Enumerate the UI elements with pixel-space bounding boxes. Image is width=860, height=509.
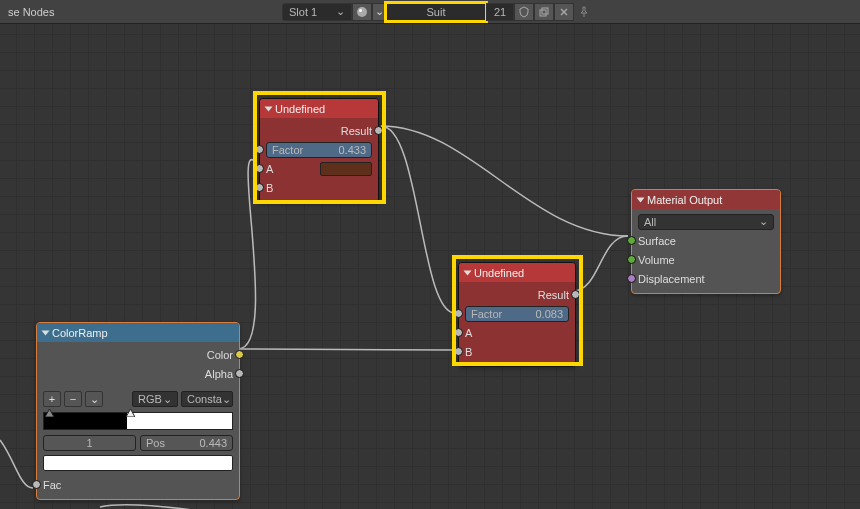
color-ramp-gradient[interactable] bbox=[43, 412, 233, 430]
factor-row: Factor 0.433 bbox=[260, 140, 378, 159]
socket-b[interactable] bbox=[255, 183, 264, 192]
node-title: Undefined bbox=[474, 267, 524, 279]
colorramp-fields: 1 Pos 0.443 bbox=[37, 433, 239, 453]
color-swatch-a[interactable] bbox=[320, 162, 372, 176]
node-header[interactable]: Undefined bbox=[459, 263, 575, 282]
shield-icon[interactable] bbox=[514, 3, 534, 21]
specials-menu-button[interactable]: ⌄ bbox=[85, 391, 103, 407]
user-count-text: 21 bbox=[494, 6, 506, 18]
socket-factor[interactable] bbox=[454, 309, 463, 318]
slot-label: Slot 1 bbox=[289, 6, 317, 18]
socket-displacement[interactable] bbox=[627, 274, 636, 283]
svg-rect-2 bbox=[540, 10, 546, 16]
factor-field[interactable]: Factor 0.083 bbox=[465, 306, 569, 322]
alpha-output-row: Alpha bbox=[37, 364, 239, 383]
collapse-triangle-icon bbox=[637, 197, 645, 202]
add-stop-button[interactable]: + bbox=[43, 391, 61, 407]
chevron-down-icon: ⌄ bbox=[222, 393, 231, 406]
ramp-marker-0[interactable] bbox=[45, 409, 54, 417]
svg-rect-3 bbox=[542, 8, 548, 14]
socket-factor[interactable] bbox=[255, 145, 264, 154]
socket-a[interactable] bbox=[454, 328, 463, 337]
input-a-row: A bbox=[459, 323, 575, 342]
mode-select[interactable]: All ⌄ bbox=[638, 214, 774, 230]
position-field[interactable]: Pos 0.443 bbox=[140, 435, 233, 451]
fac-row: Fac bbox=[37, 475, 239, 494]
undefined-node-1[interactable]: Undefined Result Factor 0.433 A B bbox=[259, 98, 379, 203]
collapse-triangle-icon bbox=[464, 270, 472, 275]
surface-row: Surface bbox=[632, 231, 780, 250]
interpolation-select[interactable]: Consta⌄ bbox=[181, 391, 233, 407]
slot-selector[interactable]: Slot 1 ⌄ bbox=[282, 3, 352, 21]
material-sphere-icon[interactable] bbox=[352, 3, 372, 21]
slot-group: Slot 1 ⌄ ⌄ Suit 21 bbox=[282, 3, 594, 21]
node-header[interactable]: Undefined bbox=[260, 99, 378, 118]
colorramp-node[interactable]: ColorRamp Color Alpha + − ⌄ RGB⌄ Consta⌄ bbox=[36, 322, 240, 500]
collapse-triangle-icon bbox=[265, 106, 273, 111]
socket-b[interactable] bbox=[454, 347, 463, 356]
node-header[interactable]: Material Output bbox=[632, 190, 780, 209]
node-title: Material Output bbox=[647, 194, 722, 206]
use-nodes-label: se Nodes bbox=[2, 4, 60, 20]
factor-field[interactable]: Factor 0.433 bbox=[266, 142, 372, 158]
socket-color[interactable] bbox=[235, 350, 244, 359]
stop-index-field[interactable]: 1 bbox=[43, 435, 136, 451]
displacement-row: Displacement bbox=[632, 269, 780, 288]
ramp-marker-1[interactable] bbox=[126, 409, 135, 417]
user-count[interactable]: 21 bbox=[486, 3, 514, 21]
material-name-field[interactable]: Suit bbox=[386, 3, 486, 21]
collapse-triangle-icon bbox=[42, 330, 50, 335]
svg-point-0 bbox=[357, 7, 367, 17]
input-a-row: A bbox=[260, 159, 378, 178]
material-output-node[interactable]: Material Output All ⌄ Surface Volume Dis… bbox=[631, 189, 781, 294]
output-result: Result bbox=[260, 121, 378, 140]
colorramp-toolbar: + − ⌄ RGB⌄ Consta⌄ bbox=[37, 389, 239, 409]
header-bar: se Nodes Slot 1 ⌄ ⌄ Suit 21 bbox=[0, 0, 860, 24]
node-header[interactable]: ColorRamp bbox=[37, 323, 239, 342]
output-result: Result bbox=[459, 285, 575, 304]
chevron-down-icon: ⌄ bbox=[759, 215, 768, 228]
close-icon[interactable] bbox=[554, 3, 574, 21]
mode-row: All ⌄ bbox=[632, 212, 780, 231]
node-title: Undefined bbox=[275, 103, 325, 115]
material-chevron-icon[interactable]: ⌄ bbox=[372, 3, 386, 21]
stop-color-swatch[interactable] bbox=[43, 455, 233, 471]
undefined-node-2[interactable]: Undefined Result Factor 0.083 A B bbox=[458, 262, 576, 367]
material-name-text: Suit bbox=[427, 6, 446, 18]
socket-surface[interactable] bbox=[627, 236, 636, 245]
socket-a[interactable] bbox=[255, 164, 264, 173]
input-b-row: B bbox=[459, 342, 575, 361]
color-output-row: Color bbox=[37, 345, 239, 364]
chevron-down-icon: ⌄ bbox=[163, 393, 172, 406]
socket-result[interactable] bbox=[374, 126, 383, 135]
duplicate-icon[interactable] bbox=[534, 3, 554, 21]
socket-fac[interactable] bbox=[32, 480, 41, 489]
socket-volume[interactable] bbox=[627, 255, 636, 264]
chevron-down-icon: ⌄ bbox=[336, 5, 345, 18]
volume-row: Volume bbox=[632, 250, 780, 269]
socket-result[interactable] bbox=[571, 290, 580, 299]
pin-icon[interactable] bbox=[574, 3, 594, 21]
input-b-row: B bbox=[260, 178, 378, 197]
svg-point-1 bbox=[359, 9, 362, 12]
remove-stop-button[interactable]: − bbox=[64, 391, 82, 407]
node-title: ColorRamp bbox=[52, 327, 108, 339]
color-mode-select[interactable]: RGB⌄ bbox=[132, 391, 178, 407]
socket-alpha[interactable] bbox=[235, 369, 244, 378]
factor-row: Factor 0.083 bbox=[459, 304, 575, 323]
